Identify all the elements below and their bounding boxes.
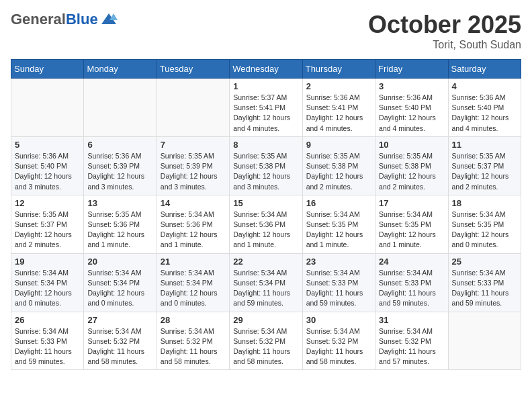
- day-content: Sunrise: 5:34 AM Sunset: 5:34 PM Dayligh…: [87, 268, 152, 309]
- calendar-cell: 5Sunrise: 5:36 AM Sunset: 5:40 PM Daylig…: [11, 136, 84, 195]
- day-content: Sunrise: 5:35 AM Sunset: 5:36 PM Dayligh…: [87, 210, 152, 250]
- day-number: 17: [379, 198, 444, 208]
- day-content: Sunrise: 5:34 AM Sunset: 5:32 PM Dayligh…: [161, 326, 226, 367]
- day-content: Sunrise: 5:36 AM Sunset: 5:41 PM Dayligh…: [306, 93, 371, 134]
- day-number: 10: [379, 140, 444, 150]
- day-content: Sunrise: 5:34 AM Sunset: 5:33 PM Dayligh…: [379, 268, 444, 309]
- calendar-week-row: 26Sunrise: 5:34 AM Sunset: 5:33 PM Dayli…: [11, 312, 521, 370]
- day-number: 23: [306, 257, 371, 267]
- calendar-cell: 21Sunrise: 5:34 AM Sunset: 5:34 PM Dayli…: [157, 253, 229, 312]
- day-content: Sunrise: 5:34 AM Sunset: 5:34 PM Dayligh…: [233, 268, 298, 309]
- month-title: October 2025: [368, 11, 521, 39]
- day-number: 6: [87, 140, 152, 150]
- day-content: Sunrise: 5:34 AM Sunset: 5:32 PM Dayligh…: [87, 326, 152, 367]
- day-content: Sunrise: 5:34 AM Sunset: 5:33 PM Dayligh…: [306, 268, 371, 309]
- calendar-cell: 23Sunrise: 5:34 AM Sunset: 5:33 PM Dayli…: [302, 253, 375, 312]
- calendar-cell: 29Sunrise: 5:34 AM Sunset: 5:32 PM Dayli…: [230, 312, 302, 370]
- day-number: 5: [15, 140, 80, 150]
- day-number: 20: [87, 257, 152, 267]
- day-content: Sunrise: 5:34 AM Sunset: 5:36 PM Dayligh…: [233, 210, 298, 250]
- day-number: 11: [452, 140, 517, 150]
- day-content: Sunrise: 5:35 AM Sunset: 5:37 PM Dayligh…: [452, 151, 517, 192]
- weekday-header: Tuesday: [157, 60, 229, 79]
- day-content: Sunrise: 5:34 AM Sunset: 5:35 PM Dayligh…: [306, 210, 371, 250]
- day-number: 8: [233, 140, 298, 150]
- calendar-cell: 20Sunrise: 5:34 AM Sunset: 5:34 PM Dayli…: [84, 253, 157, 312]
- calendar-cell: 16Sunrise: 5:34 AM Sunset: 5:35 PM Dayli…: [302, 195, 375, 253]
- day-number: 27: [87, 315, 152, 325]
- day-number: 1: [233, 81, 298, 91]
- day-number: 13: [87, 198, 152, 208]
- title-block: October 2025 Torit, South Sudan: [368, 11, 521, 51]
- calendar-cell: 27Sunrise: 5:34 AM Sunset: 5:32 PM Dayli…: [84, 312, 157, 370]
- day-number: 9: [306, 140, 371, 150]
- calendar-cell: 28Sunrise: 5:34 AM Sunset: 5:32 PM Dayli…: [157, 312, 229, 370]
- weekday-header: Wednesday: [230, 60, 302, 79]
- day-content: Sunrise: 5:34 AM Sunset: 5:34 PM Dayligh…: [15, 268, 80, 309]
- day-content: Sunrise: 5:35 AM Sunset: 5:38 PM Dayligh…: [379, 151, 444, 192]
- calendar-cell: 8Sunrise: 5:35 AM Sunset: 5:38 PM Daylig…: [230, 136, 302, 195]
- calendar-cell: 12Sunrise: 5:35 AM Sunset: 5:37 PM Dayli…: [11, 195, 84, 253]
- calendar-cell: [84, 79, 157, 137]
- day-number: 29: [233, 315, 298, 325]
- day-number: 16: [306, 198, 371, 208]
- logo: GeneralBlue: [11, 11, 118, 28]
- calendar-cell: 4Sunrise: 5:36 AM Sunset: 5:40 PM Daylig…: [448, 79, 521, 137]
- calendar-cell: 19Sunrise: 5:34 AM Sunset: 5:34 PM Dayli…: [11, 253, 84, 312]
- calendar-cell: [448, 312, 521, 370]
- calendar-cell: 31Sunrise: 5:34 AM Sunset: 5:32 PM Dayli…: [375, 312, 448, 370]
- calendar-cell: [11, 79, 84, 137]
- weekday-header: Monday: [84, 60, 157, 79]
- calendar-cell: 2Sunrise: 5:36 AM Sunset: 5:41 PM Daylig…: [302, 79, 375, 137]
- day-content: Sunrise: 5:37 AM Sunset: 5:41 PM Dayligh…: [233, 93, 298, 134]
- day-content: Sunrise: 5:34 AM Sunset: 5:33 PM Dayligh…: [452, 268, 517, 309]
- location-title: Torit, South Sudan: [368, 39, 521, 51]
- calendar-cell: 6Sunrise: 5:36 AM Sunset: 5:39 PM Daylig…: [84, 136, 157, 195]
- calendar-cell: 24Sunrise: 5:34 AM Sunset: 5:33 PM Dayli…: [375, 253, 448, 312]
- calendar-cell: 7Sunrise: 5:35 AM Sunset: 5:39 PM Daylig…: [157, 136, 229, 195]
- logo-general: General: [11, 11, 66, 28]
- calendar-header-row: SundayMondayTuesdayWednesdayThursdayFrid…: [11, 60, 521, 79]
- calendar-cell: 10Sunrise: 5:35 AM Sunset: 5:38 PM Dayli…: [375, 136, 448, 195]
- calendar-cell: 14Sunrise: 5:34 AM Sunset: 5:36 PM Dayli…: [157, 195, 229, 253]
- logo-blue: Blue: [66, 11, 98, 28]
- calendar-week-row: 1Sunrise: 5:37 AM Sunset: 5:41 PM Daylig…: [11, 79, 521, 137]
- page-header: GeneralBlue October 2025 Torit, South Su…: [11, 11, 521, 51]
- day-number: 12: [15, 198, 80, 208]
- day-number: 24: [379, 257, 444, 267]
- day-content: Sunrise: 5:36 AM Sunset: 5:40 PM Dayligh…: [452, 93, 517, 134]
- day-content: Sunrise: 5:34 AM Sunset: 5:32 PM Dayligh…: [233, 326, 298, 367]
- day-content: Sunrise: 5:36 AM Sunset: 5:40 PM Dayligh…: [379, 93, 444, 134]
- day-number: 2: [306, 81, 371, 91]
- calendar-cell: 13Sunrise: 5:35 AM Sunset: 5:36 PM Dayli…: [84, 195, 157, 253]
- calendar-table: SundayMondayTuesdayWednesdayThursdayFrid…: [11, 59, 521, 370]
- calendar-cell: [157, 79, 229, 137]
- day-content: Sunrise: 5:34 AM Sunset: 5:32 PM Dayligh…: [379, 326, 444, 367]
- calendar-cell: 25Sunrise: 5:34 AM Sunset: 5:33 PM Dayli…: [448, 253, 521, 312]
- day-number: 14: [161, 198, 226, 208]
- calendar-week-row: 12Sunrise: 5:35 AM Sunset: 5:37 PM Dayli…: [11, 195, 521, 253]
- weekday-header: Sunday: [11, 60, 84, 79]
- day-content: Sunrise: 5:35 AM Sunset: 5:38 PM Dayligh…: [306, 151, 371, 192]
- calendar-cell: 30Sunrise: 5:34 AM Sunset: 5:32 PM Dayli…: [302, 312, 375, 370]
- day-content: Sunrise: 5:34 AM Sunset: 5:36 PM Dayligh…: [161, 210, 226, 250]
- day-number: 22: [233, 257, 298, 267]
- day-content: Sunrise: 5:34 AM Sunset: 5:34 PM Dayligh…: [161, 268, 226, 309]
- calendar-week-row: 5Sunrise: 5:36 AM Sunset: 5:40 PM Daylig…: [11, 136, 521, 195]
- day-number: 4: [452, 81, 517, 91]
- calendar-cell: 11Sunrise: 5:35 AM Sunset: 5:37 PM Dayli…: [448, 136, 521, 195]
- day-content: Sunrise: 5:34 AM Sunset: 5:35 PM Dayligh…: [379, 210, 444, 250]
- day-content: Sunrise: 5:36 AM Sunset: 5:40 PM Dayligh…: [15, 151, 80, 192]
- weekday-header: Friday: [375, 60, 448, 79]
- weekday-header: Saturday: [448, 60, 521, 79]
- day-number: 3: [379, 81, 444, 91]
- calendar-cell: 1Sunrise: 5:37 AM Sunset: 5:41 PM Daylig…: [230, 79, 302, 137]
- day-content: Sunrise: 5:35 AM Sunset: 5:37 PM Dayligh…: [15, 210, 80, 250]
- day-content: Sunrise: 5:36 AM Sunset: 5:39 PM Dayligh…: [87, 151, 152, 192]
- calendar-cell: 22Sunrise: 5:34 AM Sunset: 5:34 PM Dayli…: [230, 253, 302, 312]
- calendar-cell: 3Sunrise: 5:36 AM Sunset: 5:40 PM Daylig…: [375, 79, 448, 137]
- day-number: 15: [233, 198, 298, 208]
- day-number: 7: [161, 140, 226, 150]
- day-number: 28: [161, 315, 226, 325]
- calendar-cell: 18Sunrise: 5:34 AM Sunset: 5:35 PM Dayli…: [448, 195, 521, 253]
